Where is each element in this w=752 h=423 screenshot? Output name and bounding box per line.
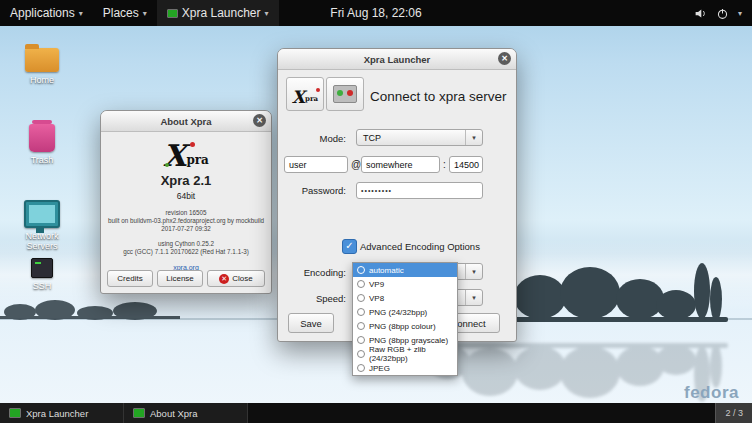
at-separator: @ bbox=[351, 159, 361, 170]
encoding-option-label: automatic bbox=[369, 266, 404, 275]
logo-red-dot bbox=[190, 142, 195, 147]
toolchain-info: using Cython 0.25.2 gcc (GCC) 7.1.1 2017… bbox=[101, 240, 271, 256]
encoding-option-vp9[interactable]: VP9 bbox=[353, 277, 457, 291]
chevron-down-icon: ▾ bbox=[79, 9, 83, 18]
encoding-option-label: JPEG bbox=[369, 364, 390, 373]
about-titlebar[interactable]: About Xpra ✕ bbox=[101, 111, 271, 132]
encoding-option-png24[interactable]: PNG (24/32bpp) bbox=[353, 305, 457, 319]
launcher-heading: Connect to xpra server bbox=[370, 89, 507, 104]
about-body: Xpra Xpra 2.1 64bit revision 16505 built… bbox=[101, 132, 271, 274]
folder-icon bbox=[25, 48, 59, 72]
xpra-logo-button[interactable]: Xpra bbox=[286, 77, 324, 111]
window-title: About Xpra bbox=[160, 116, 211, 127]
mode-select[interactable]: TCP ▾ bbox=[356, 129, 483, 146]
radio-icon bbox=[357, 364, 365, 372]
applications-menu[interactable]: Applications ▾ bbox=[0, 0, 93, 26]
bushes-silhouette bbox=[0, 290, 180, 322]
encoding-option-png8-colour[interactable]: PNG (8bpp colour) bbox=[353, 319, 457, 333]
desktop-icon-ssh[interactable]: SSH bbox=[10, 258, 74, 291]
chevron-down-icon: ▾ bbox=[265, 9, 269, 18]
port-input[interactable]: 14500 bbox=[449, 156, 483, 173]
logo-x: X bbox=[163, 138, 186, 173]
advanced-encoding-checkbox[interactable]: ✓ bbox=[342, 239, 357, 254]
places-menu[interactable]: Places ▾ bbox=[93, 0, 157, 26]
session-type-button[interactable] bbox=[326, 77, 364, 111]
bottom-taskbar: Xpra Launcher About Xpra 2 / 3 bbox=[0, 403, 752, 423]
password-input[interactable]: ••••••••• bbox=[356, 182, 483, 199]
app-arch: 64bit bbox=[101, 191, 271, 201]
logo-pra: pra bbox=[305, 94, 318, 103]
build-info: revision 16505 built on buildvm-03.phx2.… bbox=[101, 209, 271, 233]
launcher-titlebar[interactable]: Xpra Launcher ✕ bbox=[278, 49, 516, 70]
mode-label: Mode: bbox=[278, 133, 346, 144]
cython-line: using Cython 0.25.2 bbox=[101, 240, 271, 248]
credits-button[interactable]: Credits bbox=[107, 270, 153, 287]
workspace-pager[interactable]: 2 / 3 bbox=[715, 403, 752, 423]
save-button[interactable]: Save bbox=[288, 313, 334, 333]
encoding-option-label: PNG (8bpp grayscale) bbox=[369, 336, 448, 345]
desktop-icon-label: Trash bbox=[31, 155, 54, 165]
desktop-icon-home[interactable]: Home bbox=[10, 48, 74, 85]
app-indicator-label: Xpra Launcher bbox=[182, 6, 261, 20]
desktop-icon-trash[interactable]: Trash bbox=[10, 124, 74, 165]
connect-icon bbox=[333, 85, 357, 103]
power-icon[interactable] bbox=[716, 7, 729, 20]
trash-icon bbox=[29, 124, 55, 152]
taskbar-item-about-xpra[interactable]: About Xpra bbox=[124, 403, 248, 423]
logo-x: X bbox=[292, 87, 305, 107]
desktop-icon-label: Home bbox=[30, 75, 54, 85]
places-label: Places bbox=[103, 6, 139, 20]
close-icon[interactable]: ✕ bbox=[498, 52, 511, 65]
logo-red-dot bbox=[316, 88, 320, 92]
xpra-tray-icon bbox=[167, 9, 178, 18]
username-input[interactable]: user bbox=[284, 156, 348, 173]
clock[interactable]: Fri Aug 18, 22:06 bbox=[330, 6, 421, 20]
terminal-icon bbox=[31, 258, 53, 278]
volume-icon[interactable] bbox=[694, 7, 707, 20]
radio-icon bbox=[357, 308, 365, 316]
chevron-down-icon: ▾ bbox=[143, 9, 147, 18]
encoding-dropdown-popup: automatic VP9 VP8 PNG (24/32bpp) PNG (8b… bbox=[352, 262, 458, 376]
license-button[interactable]: License bbox=[157, 270, 203, 287]
app-indicator[interactable]: Xpra Launcher ▾ bbox=[157, 0, 279, 26]
top-bar: Applications ▾ Places ▾ Xpra Launcher ▾ … bbox=[0, 0, 752, 26]
fedora-wordmark: fedora bbox=[684, 383, 739, 403]
chevron-down-icon: ▾ bbox=[465, 264, 482, 279]
encoding-option-label: VP8 bbox=[369, 294, 384, 303]
close-red-icon: ✕ bbox=[219, 274, 229, 284]
encoding-option-raw-rgb[interactable]: Raw RGB + zlib (24/32bpp) bbox=[353, 347, 457, 361]
applications-label: Applications bbox=[10, 6, 75, 20]
desktop-icon-label: SSH bbox=[33, 281, 52, 291]
mode-value: TCP bbox=[357, 133, 465, 143]
close-button[interactable]: ✕ Close bbox=[207, 270, 265, 287]
encoding-option-label: Raw RGB + zlib (24/32bpp) bbox=[369, 345, 457, 363]
xpra-logo-icon: Xpra bbox=[163, 138, 209, 173]
colon-separator: : bbox=[443, 159, 446, 170]
advanced-encoding-label: Advanced Encoding Options bbox=[360, 241, 480, 252]
radio-icon bbox=[357, 322, 365, 330]
radio-icon bbox=[357, 336, 365, 344]
desktop-icon-network-servers[interactable]: Network Servers bbox=[10, 200, 74, 251]
chevron-down-icon[interactable]: ▾ bbox=[738, 9, 742, 18]
password-label: Password: bbox=[278, 185, 346, 196]
build-date-line: 2017-07-27 09:32 bbox=[101, 225, 271, 233]
encoding-option-label: PNG (24/32bpp) bbox=[369, 308, 427, 317]
close-button-label: Close bbox=[232, 274, 252, 283]
host-input[interactable]: somewhere bbox=[361, 156, 440, 173]
network-server-icon bbox=[24, 200, 60, 228]
chevron-down-icon: ▾ bbox=[465, 290, 482, 305]
built-on-line: built on buildvm-03.phx2.fedoraproject.o… bbox=[101, 217, 271, 225]
encoding-option-vp8[interactable]: VP8 bbox=[353, 291, 457, 305]
system-status-area: ▾ bbox=[694, 0, 752, 26]
window-title: Xpra Launcher bbox=[364, 54, 431, 65]
taskbar-item-xpra-launcher[interactable]: Xpra Launcher bbox=[0, 403, 124, 423]
chevron-down-icon: ▾ bbox=[465, 130, 482, 145]
close-icon[interactable]: ✕ bbox=[253, 114, 266, 127]
trees-reflection bbox=[418, 332, 728, 410]
encoding-option-automatic[interactable]: automatic bbox=[353, 263, 457, 277]
revision-line: revision 16505 bbox=[101, 209, 271, 217]
about-button-row: Credits License ✕ Close bbox=[101, 270, 271, 287]
encoding-option-jpeg[interactable]: JPEG bbox=[353, 361, 457, 375]
app-name: Xpra 2.1 bbox=[101, 173, 271, 188]
desktop-icon-label: Network Servers bbox=[25, 231, 58, 251]
